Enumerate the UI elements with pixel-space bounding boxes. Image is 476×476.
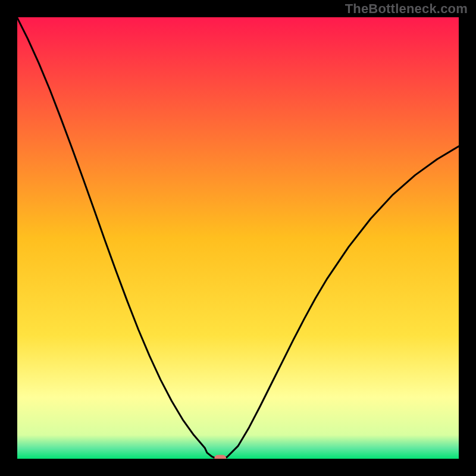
chart-frame: { "watermark": "TheBottleneck.com", "cha… [0,0,476,476]
optimal-point-marker [214,455,226,462]
gradient-background [17,17,459,459]
bottleneck-chart [0,0,476,476]
watermark-text: TheBottleneck.com [345,1,468,17]
